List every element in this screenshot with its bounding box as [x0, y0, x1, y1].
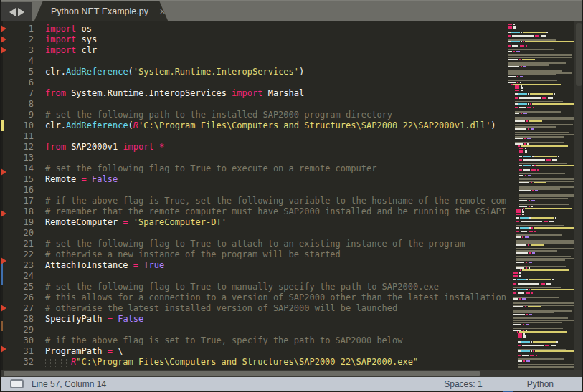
code-line[interactable]: 17# if the above flag is True, set the f… — [1, 196, 506, 206]
forward-arrow-icon[interactable] — [18, 8, 24, 16]
minimap-line — [515, 136, 564, 138]
code-line[interactable]: 14# set the following flag to True to ex… — [1, 163, 506, 174]
code-line[interactable]: 22# otherwise a new instance of the prog… — [1, 249, 506, 260]
code-line[interactable]: 4 — [1, 56, 506, 67]
tab-nav-block — [1, 2, 32, 22]
vertical-scrollbar[interactable] — [574, 21, 583, 370]
minimap[interactable] — [506, 21, 574, 370]
code-line[interactable]: 16 — [1, 185, 506, 196]
code-region[interactable]: 1import os2import sys3import clr45clr.Ad… — [1, 21, 506, 370]
minimap-line — [508, 26, 516, 27]
minimap-line — [519, 182, 547, 183]
minimap-line — [516, 248, 574, 249]
minimap-line — [515, 117, 574, 118]
minimap-line — [519, 178, 574, 180]
minimap-line — [519, 159, 558, 161]
minimap-line — [516, 256, 572, 257]
minimap-line — [516, 244, 544, 246]
minimap-line — [516, 209, 524, 211]
minimap-line — [508, 66, 527, 67]
minimap-line — [516, 262, 533, 263]
minimap-line — [513, 297, 560, 298]
code-line[interactable]: 6 — [1, 77, 506, 88]
code-line[interactable]: 7from System.Runtime.InteropServices imp… — [1, 88, 506, 99]
minimap-line — [519, 163, 568, 164]
modified-line-arrow-icon — [1, 168, 6, 176]
horizontal-scrollbar-thumb[interactable] — [4, 371, 480, 376]
minimap-line — [508, 54, 573, 56]
code-line[interactable]: 28SpecifyPath = False — [1, 314, 506, 325]
status-panel-icon[interactable] — [10, 379, 24, 388]
minimap-line — [513, 287, 562, 288]
code-line[interactable]: 18# remember that the remote computer mu… — [1, 206, 506, 217]
minimap-line — [513, 330, 528, 331]
code-line[interactable]: 10clr.AddReference(R'C:\Program Files\Co… — [1, 120, 506, 131]
minimap-line — [518, 358, 564, 360]
minimap-line — [508, 76, 524, 77]
minimap-line — [515, 107, 535, 108]
code-line[interactable]: 30# if the above flag is set to True, sp… — [1, 335, 506, 346]
code-line[interactable]: 1import os — [1, 24, 506, 34]
minimap-line — [515, 90, 523, 91]
minimap-line — [508, 57, 573, 58]
minimap-line — [513, 283, 552, 285]
minimap-line — [519, 188, 561, 190]
code-line[interactable]: 23AttachToInstance = True — [1, 260, 506, 271]
minimap-line — [513, 275, 522, 277]
minimap-line — [519, 151, 528, 153]
code-line[interactable]: 8 — [1, 99, 506, 110]
minimap-line — [518, 341, 559, 343]
code-line[interactable]: 21# set the following flag to True to at… — [1, 239, 506, 249]
indent-guide — [66, 358, 71, 367]
minimap-line — [518, 349, 567, 350]
minimap-line — [513, 312, 555, 313]
code-line[interactable]: 26# this allows for a connection to a ve… — [1, 292, 506, 303]
code-line[interactable]: 20 — [1, 228, 506, 239]
code-line[interactable]: 15Remote = False — [1, 174, 506, 185]
code-line[interactable]: 29 — [1, 325, 506, 335]
code-line[interactable]: 32R"C:\Program Files\Computers and Struc… — [1, 357, 506, 368]
code-line[interactable]: 25# set the following flag to True to ma… — [1, 282, 506, 292]
minimap-line — [518, 364, 574, 365]
indentation-setting[interactable]: Spaces: 1 — [444, 379, 482, 389]
gutter-markers — [1, 21, 9, 370]
vertical-scrollbar-thumb[interactable] — [576, 23, 582, 86]
code-line[interactable]: 3import clr — [1, 45, 506, 56]
syntax-selector[interactable]: Python — [527, 379, 554, 389]
status-bar: Line 57, Column 14 Spaces: 1 Python — [1, 377, 582, 391]
minimap-line — [513, 320, 574, 321]
code-line[interactable]: 2import sys — [1, 34, 506, 45]
tab-python-net-example[interactable]: Python NET Example.py ✕ — [34, 1, 169, 22]
code-line[interactable]: 24 — [1, 271, 506, 282]
minimap-line — [508, 32, 549, 33]
sublime-window: Python NET Example.py ✕ 1import os2impor… — [0, 0, 583, 392]
modified-line-arrow-icon — [1, 210, 6, 217]
minimap-line — [515, 93, 556, 95]
close-icon[interactable]: ✕ — [159, 7, 166, 16]
minimap-line — [508, 51, 521, 52]
code-line[interactable]: 27# otherwise the latest installed versi… — [1, 303, 506, 314]
back-arrow-icon[interactable] — [9, 8, 16, 16]
horizontal-scrollbar[interactable] — [1, 370, 582, 377]
minimap-line — [515, 111, 561, 113]
code-line[interactable]: 5clr.AddReference('System.Runtime.Intero… — [1, 67, 506, 77]
minimap-line — [516, 240, 574, 242]
minimap-line — [518, 360, 531, 362]
minimap-line — [516, 259, 566, 261]
code-line[interactable]: 13 — [1, 153, 506, 163]
minimap-line — [513, 317, 569, 319]
minimap-line — [513, 305, 574, 306]
minimap-line — [518, 345, 556, 346]
code-line[interactable]: 12from SAP2000v1 import * — [1, 142, 506, 153]
minimap-line — [519, 181, 574, 182]
modified-line-arrow-icon — [1, 257, 6, 264]
code-line[interactable]: 31ProgramPath = \ — [1, 346, 506, 357]
minimap-line — [508, 74, 557, 75]
minimap-line — [519, 148, 527, 149]
minimap-line — [519, 198, 569, 199]
code-line[interactable]: 11 — [1, 131, 506, 142]
minimap-line — [515, 132, 570, 133]
code-line[interactable]: 19RemoteComputer = 'SpareComputer-DT' — [1, 217, 506, 228]
code-line[interactable]: 9# set the following path to the install… — [1, 110, 506, 120]
minimap-line — [515, 101, 564, 102]
